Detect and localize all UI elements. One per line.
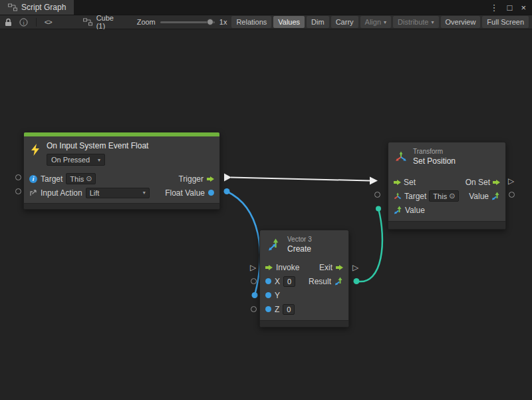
node-subtitle: Vector 3: [287, 236, 312, 243]
y-port-wire-end[interactable]: [252, 292, 258, 298]
distribute-dropdown[interactable]: Distribute ▾: [393, 16, 438, 28]
tab-script-graph[interactable]: Script Graph: [0, 0, 74, 15]
event-input-action-outer-port[interactable]: [15, 188, 21, 194]
x-port-label: X: [275, 277, 280, 286]
set-port-label: Set: [404, 178, 416, 187]
on-set-flow-port[interactable]: [493, 180, 500, 185]
target-value-row: Target This ⊙ Value: [388, 189, 505, 203]
zoom-slider-handle[interactable]: [207, 19, 213, 25]
vector-value-icon[interactable]: [491, 192, 500, 200]
graph-breadcrumb[interactable]: Cube (1): [83, 14, 115, 30]
event-mode-dropdown[interactable]: On Pressed ▾: [47, 154, 105, 166]
transform-target-outer-port[interactable]: [374, 192, 380, 198]
float-value-port[interactable]: [208, 190, 214, 196]
z-value-port[interactable]: [265, 306, 271, 312]
chevron-down-icon: ▾: [384, 19, 386, 25]
lock-icon[interactable]: [3, 18, 13, 27]
trigger-port-label: Trigger: [178, 174, 203, 184]
y-value-port[interactable]: [265, 292, 271, 298]
z-port-label: Z: [275, 305, 279, 314]
zoom-slider[interactable]: [160, 21, 215, 23]
exit-flow-port[interactable]: [336, 265, 343, 270]
input-action-row: Input Action Lift ▾ Float Value: [24, 186, 219, 200]
value-in-port-label: Value: [405, 206, 425, 215]
set-flow-port[interactable]: [394, 180, 401, 185]
set-port-arrow: [370, 177, 378, 185]
on-set-port-label: On Set: [466, 178, 490, 187]
wire-result-to-value[interactable]: [356, 209, 382, 282]
script-graph-icon: [8, 3, 17, 11]
zoom-label: Zoom: [137, 18, 156, 26]
input-action-dropdown[interactable]: Lift ▾: [86, 188, 150, 198]
y-port-label: Y: [275, 291, 280, 300]
relations-button[interactable]: Relations: [231, 16, 271, 28]
info-icon[interactable]: i: [18, 18, 29, 27]
object-info-icon: i: [29, 175, 37, 183]
distribute-label: Distribute: [398, 18, 428, 26]
zoom-control: Zoom 1x: [137, 18, 227, 26]
invoke-flow-port[interactable]: [265, 265, 273, 270]
value-wire-end[interactable]: [376, 206, 381, 212]
trigger-flow-port[interactable]: [207, 176, 214, 182]
vector-value-icon[interactable]: [394, 206, 402, 214]
toolbar-buttons: Relations Values Dim Carry Align ▾ Distr…: [231, 16, 529, 28]
graph-canvas[interactable]: On Input System Event Float On Pressed ▾…: [0, 29, 532, 400]
carry-button[interactable]: Carry: [331, 16, 358, 28]
target-object-value: This: [433, 192, 447, 200]
event-target-outer-port[interactable]: [15, 174, 21, 180]
vector3-node-header: Vector 3 Create: [260, 230, 348, 259]
node-footer: [388, 221, 505, 229]
code-preview-icon[interactable]: <>: [43, 18, 53, 26]
on-set-outer-port[interactable]: ▷: [508, 177, 514, 185]
window-menu-button[interactable]: ⋮: [490, 3, 499, 12]
wire-trigger-to-set[interactable]: [231, 178, 370, 181]
overview-button[interactable]: Overview: [441, 16, 481, 28]
x-value-port[interactable]: [265, 278, 271, 284]
full-screen-button[interactable]: Full Screen: [482, 16, 529, 28]
node-title: Set Position: [413, 156, 456, 166]
close-button[interactable]: ×: [521, 3, 526, 12]
vector-value-icon[interactable]: [334, 277, 343, 286]
transform-icon: [395, 151, 407, 163]
target-object-field[interactable]: This ⊙: [66, 173, 96, 184]
target-port-label: Target: [41, 174, 63, 184]
values-button[interactable]: Values: [273, 16, 305, 28]
scope-icon: ⊙: [86, 174, 92, 183]
node-footer: [260, 320, 348, 327]
value-out-outer-port[interactable]: [509, 192, 515, 198]
transform-node-header: Transform Set Position: [388, 142, 505, 171]
result-port-label: Result: [309, 277, 331, 286]
float-value-wire-start[interactable]: [224, 188, 230, 194]
chevron-down-icon: ▾: [432, 19, 434, 25]
maximize-button[interactable]: □: [507, 3, 513, 12]
x-value-input[interactable]: 0: [283, 276, 295, 287]
vector3-icon: [267, 238, 281, 252]
scope-icon: ⊙: [449, 192, 455, 200]
title-bar: Script Graph ⋮ □ ×: [0, 0, 532, 15]
x-result-row: X 0 Result: [260, 274, 348, 288]
exit-outer-port[interactable]: ▷: [352, 264, 358, 272]
target-object-field[interactable]: This ⊙: [429, 190, 459, 202]
result-wire-start[interactable]: [354, 278, 360, 284]
z-outer-port[interactable]: [251, 306, 257, 312]
exit-port-label: Exit: [319, 263, 332, 272]
event-node-header: On Input System Event Float On Pressed ▾: [24, 136, 219, 169]
invoke-outer-port[interactable]: ▷: [250, 264, 256, 272]
lightning-icon: [31, 144, 40, 156]
dim-button[interactable]: Dim: [307, 16, 329, 28]
z-value-input[interactable]: 0: [283, 304, 295, 315]
x-outer-port[interactable]: [251, 278, 257, 284]
align-dropdown[interactable]: Align ▾: [360, 16, 391, 28]
node-transform-set-position[interactable]: Transform Set Position Set On Set: [388, 142, 506, 230]
set-onset-row: Set On Set: [388, 175, 505, 189]
input-action-port-label: Input Action: [41, 188, 82, 198]
node-on-input-system-event-float[interactable]: On Input System Event Float On Pressed ▾…: [23, 132, 220, 210]
trigger-port-arrow[interactable]: [224, 174, 231, 182]
chevron-down-icon: ▾: [98, 157, 100, 163]
graph-toolbar: i <> Cube (1) Zoom 1x Relations Values D…: [0, 15, 532, 29]
y-row: Y: [260, 288, 348, 302]
zoom-value: 1x: [219, 18, 227, 26]
graph-name: Cube (1): [96, 14, 115, 30]
toolbar-divider: [36, 18, 37, 27]
node-vector3-create[interactable]: Vector 3 Create Invoke Exit X 0 Res: [259, 230, 349, 327]
